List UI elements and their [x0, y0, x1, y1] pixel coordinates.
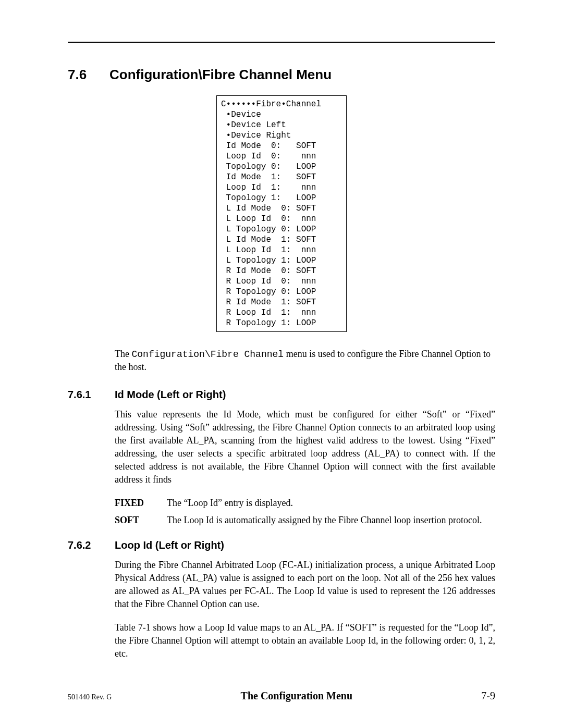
- subsection-title-2: Loop Id (Left or Right): [115, 539, 224, 551]
- subsection-heading-2: 7.6.2 Loop Id (Left or Right): [68, 539, 495, 551]
- sub1-paragraph: This value represents the Id Mode, which…: [115, 408, 495, 486]
- section-number: 7.6: [68, 67, 109, 83]
- footer: 501440 Rev. G The Configuration Menu 7-9: [68, 690, 495, 702]
- section-title: Configuration\Fibre Channel Menu: [109, 67, 332, 83]
- footer-page: 7-9: [481, 690, 495, 702]
- menu-box: C••••••Fibre•Channel •Device •Device Lef…: [216, 95, 347, 332]
- intro-mono: Configuration\Fibre Channel: [131, 349, 284, 360]
- def-term: SOFT: [115, 514, 167, 527]
- page: 7.6 Configuration\Fibre Channel Menu C••…: [0, 0, 563, 728]
- footer-revision: 501440 Rev. G: [68, 693, 112, 701]
- intro-paragraph: The Configuration\Fibre Channel menu is …: [115, 348, 495, 373]
- def-row: FIXED The “Loop Id” entry is displayed.: [115, 497, 495, 510]
- subsection-heading-1: 7.6.1 Id Mode (Left or Right): [68, 389, 495, 401]
- subsection-number-2: 7.6.2: [68, 539, 115, 551]
- footer-title: The Configuration Menu: [241, 690, 352, 702]
- section-heading: 7.6 Configuration\Fibre Channel Menu: [68, 67, 495, 83]
- menu-lines: C••••••Fibre•Channel •Device •Device Lef…: [221, 100, 321, 328]
- sub2-paragraph-2: Table 7-1 shows how a Loop Id value maps…: [115, 621, 495, 660]
- subsection-title-1: Id Mode (Left or Right): [115, 389, 226, 401]
- sub2-paragraph-1: During the Fibre Channel Arbitrated Loop…: [115, 559, 495, 611]
- intro-pre: The: [115, 349, 131, 359]
- def-desc: The Loop Id is automatically assigned by…: [167, 514, 495, 527]
- subsection-number-1: 7.6.1: [68, 389, 115, 401]
- def-desc: The “Loop Id” entry is displayed.: [167, 497, 495, 510]
- def-row: SOFT The Loop Id is automatically assign…: [115, 514, 495, 527]
- top-rule: [68, 42, 495, 43]
- definition-list: FIXED The “Loop Id” entry is displayed. …: [115, 497, 495, 527]
- def-term: FIXED: [115, 497, 167, 510]
